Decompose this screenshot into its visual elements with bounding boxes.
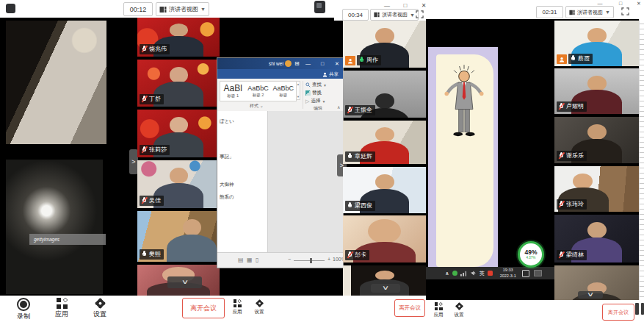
- participant-tile[interactable]: 彭卡: [343, 215, 426, 262]
- settings-button[interactable]: 设置: [250, 299, 269, 315]
- meeting-app-icon: [6, 4, 15, 13]
- tray-clock-time: 19:33: [503, 268, 513, 273]
- person-icon: [322, 72, 328, 77]
- participant-tile[interactable]: 饶兆伟: [137, 18, 220, 57]
- network-icon: [460, 271, 467, 276]
- style-label: 标题 1: [227, 93, 239, 99]
- participant-tile[interactable]: 梁西俊: [343, 167, 426, 213]
- replace-button[interactable]: 替换: [305, 90, 322, 96]
- settings-label: 设置: [255, 310, 264, 315]
- participant-tile[interactable]: 吴佳: [137, 160, 220, 208]
- settings-button[interactable]: 设置: [450, 302, 468, 318]
- leave-meeting-button[interactable]: 离开会议: [602, 304, 634, 321]
- ribbon-options-icon[interactable]: ⊞: [294, 60, 300, 67]
- doc-text: ぼとい: [220, 118, 234, 125]
- clipped-icon: [635, 303, 639, 315]
- gear-icon: [256, 299, 264, 307]
- collapse-ribbon-icon[interactable]: ∧: [337, 104, 340, 110]
- notification-icon: [534, 270, 542, 276]
- participant-tile[interactable]: 王振全: [343, 71, 426, 118]
- account-avatar[interactable]: [285, 60, 292, 67]
- settings-label: 设置: [455, 312, 464, 318]
- close-icon[interactable]: ✕: [634, 0, 644, 6]
- style-card[interactable]: AaBbC 标题 2: [245, 82, 270, 101]
- share-button[interactable]: 共享: [322, 71, 339, 78]
- mic-muted-icon: [347, 251, 352, 259]
- name-label: 王振全: [345, 105, 375, 115]
- apps-label: 应用: [434, 312, 444, 318]
- leave-meeting-button[interactable]: 离开会议: [394, 299, 425, 317]
- apps-icon: [57, 298, 68, 309]
- apps-button[interactable]: 应用: [228, 299, 247, 315]
- view-print-icon[interactable]: ▦: [247, 257, 253, 263]
- participant-tile[interactable]: 卢耀明: [554, 68, 639, 114]
- word-document-area: ぼとい 事記」 大御神 態系の: [217, 111, 343, 253]
- participant-name: 章廷辉: [355, 154, 372, 160]
- divider: [303, 81, 303, 109]
- record-button[interactable]: 录制: [10, 298, 37, 320]
- replace-icon: [305, 90, 311, 96]
- participant-name: 张玮玲: [566, 201, 584, 207]
- name-label: 张莉莎: [140, 145, 170, 155]
- style-card[interactable]: AaBbC 标题: [271, 82, 296, 101]
- name-label: 梁绮林: [557, 250, 587, 260]
- participant-tile[interactable]: 梁绮林: [554, 215, 639, 262]
- shared-photo-theater-2: gettyimages: [6, 160, 103, 294]
- participants-scrollbar[interactable]: [639, 19, 644, 300]
- minimize-icon[interactable]: —: [305, 61, 311, 66]
- scroll-down-button[interactable]: ∨: [578, 291, 603, 299]
- record-icon: [17, 298, 30, 311]
- participant-tile-speaking[interactable]: 樊熙: [137, 211, 220, 262]
- participant-tile[interactable]: 丁舒: [137, 60, 220, 107]
- participant-name: 张莉莎: [149, 147, 167, 153]
- settings-button[interactable]: 设置: [87, 298, 113, 318]
- view-mode-button[interactable]: 演讲者视图 ▼: [370, 9, 419, 21]
- scroll-down-button[interactable]: ∨: [167, 276, 202, 288]
- participant-tile-speaking[interactable]: 周作: [343, 21, 426, 68]
- maximize-icon[interactable]: □: [321, 61, 324, 66]
- meeting-timer: 00:34: [342, 9, 369, 21]
- leave-meeting-button[interactable]: 离开会议: [182, 298, 225, 318]
- name-label: 卢耀明: [557, 101, 587, 112]
- view-mode-button[interactable]: 演讲者视图 ▼: [565, 6, 614, 18]
- caret-down-icon: ▼: [605, 10, 610, 15]
- zoom-slider[interactable]: [294, 260, 325, 261]
- participant-name: 丁舒: [149, 96, 161, 102]
- apps-button[interactable]: 应用: [430, 302, 447, 318]
- presenter-badge-icon: [345, 56, 355, 65]
- view-read-icon[interactable]: ▤: [238, 257, 244, 263]
- apps-button[interactable]: 应用: [48, 298, 75, 318]
- minimize-icon[interactable]: —: [595, 0, 605, 6]
- maximize-icon[interactable]: □: [615, 0, 626, 6]
- close-icon[interactable]: ✕: [335, 61, 339, 67]
- meeting-timer: 02:31: [536, 6, 563, 18]
- fullscreen-icon[interactable]: [415, 10, 424, 19]
- fullscreen-icon[interactable]: [621, 7, 630, 16]
- style-label: 标题: [279, 93, 287, 98]
- scroll-down-button[interactable]: ∨: [371, 284, 400, 293]
- participant-tile[interactable]: 章廷辉: [343, 121, 426, 164]
- speaker-view-icon: [374, 12, 380, 18]
- record-label: 录制: [17, 313, 30, 320]
- shared-photo-theater-1: [6, 21, 106, 144]
- find-button[interactable]: 查找▼: [305, 82, 327, 88]
- participant-tile[interactable]: 蔡霞: [554, 21, 639, 66]
- participant-name: 王振全: [355, 107, 372, 113]
- zoom-slider-thumb[interactable]: [310, 258, 312, 263]
- name-label: 丁舒: [140, 94, 164, 104]
- zoom-out-icon[interactable]: −: [288, 257, 291, 262]
- participant-tile[interactable]: 谢乐乐: [554, 117, 639, 163]
- view-mode-button[interactable]: 演讲者视图 ▼: [156, 2, 209, 16]
- participant-tile[interactable]: 张玮玲: [554, 166, 639, 212]
- participant-tile[interactable]: 张莉莎: [137, 110, 220, 157]
- view-web-icon[interactable]: ▯: [256, 257, 258, 263]
- name-label: 章廷辉: [345, 151, 375, 162]
- view-mode-label: 演讲者视图: [577, 9, 603, 16]
- zoom-in-icon[interactable]: +: [328, 257, 330, 262]
- gallery-scroll[interactable]: ▲▼: [296, 81, 300, 100]
- replace-label: 替换: [312, 90, 322, 96]
- style-card[interactable]: AaBl 标题 1: [220, 82, 245, 101]
- doc-text: 大御神: [220, 182, 234, 188]
- select-button[interactable]: ▷ 选择▼: [305, 98, 325, 104]
- name-label: 吴佳: [140, 196, 164, 206]
